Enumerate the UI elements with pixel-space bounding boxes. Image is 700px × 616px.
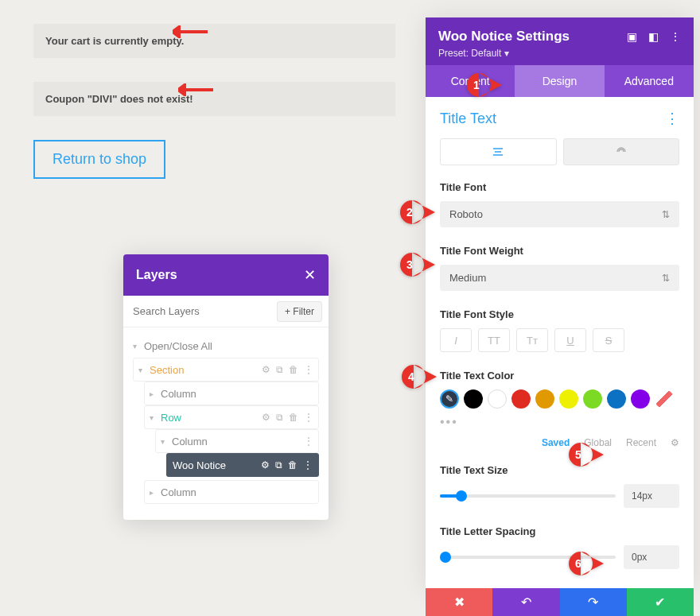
link-button[interactable] <box>563 138 680 165</box>
color-tab-saved[interactable]: Saved <box>542 437 570 448</box>
callout-1: 1 <box>467 73 502 97</box>
title-weight-select[interactable]: Medium ⇅ <box>440 265 679 291</box>
eyedropper-icon[interactable]: ✎ <box>440 389 459 409</box>
layer-section[interactable]: Section <box>150 364 259 376</box>
layer-actions[interactable]: ⚙⧉🗑⋮ <box>262 364 313 375</box>
callout-3: 3 <box>400 253 435 277</box>
notice-text: Your cart is currently empty. <box>45 35 184 47</box>
cart-empty-notice: Your cart is currently empty. <box>33 24 395 58</box>
close-icon[interactable]: ✕ <box>304 266 316 284</box>
gear-icon[interactable]: ⚙ <box>671 437 679 448</box>
redo-button[interactable]: ↷ <box>560 588 627 616</box>
callout-6: 6 <box>569 552 604 575</box>
layer-woo-notice[interactable]: Woo Notice <box>173 459 258 471</box>
color-tab-recent[interactable]: Recent <box>626 437 656 448</box>
title-spacing-label: Title Letter Spacing <box>440 525 679 537</box>
title-size-value[interactable]: 14px <box>624 484 679 508</box>
color-swatch-yellow[interactable] <box>559 389 578 409</box>
section-more-icon[interactable]: ⋮ <box>665 110 679 127</box>
title-size-label: Title Text Size <box>440 464 679 476</box>
settings-panel: Woo Notice Settings ▣ ◧ ⋮ Preset: Defaul… <box>426 17 694 590</box>
more-icon: ⋮ <box>304 412 313 423</box>
title-spacing-value[interactable]: 0px <box>624 545 679 569</box>
color-swatch-white[interactable] <box>488 389 507 409</box>
caret-down-icon[interactable]: ▾ <box>150 413 158 422</box>
layer-actions[interactable]: ⚙⧉🗑⋮ <box>261 459 313 471</box>
layers-title: Layers <box>136 268 177 282</box>
gear-icon: ⚙ <box>262 364 270 375</box>
chevron-updown-icon: ⇅ <box>662 273 670 284</box>
title-font-label: Title Font <box>440 181 679 193</box>
color-swatch-black[interactable] <box>464 389 483 409</box>
color-swatch-none[interactable] <box>655 389 674 409</box>
title-style-label: Title Font Style <box>440 308 679 320</box>
layer-column[interactable]: Column <box>161 486 313 498</box>
more-icon: ⋮ <box>304 436 313 447</box>
undo-button[interactable]: ↶ <box>492 588 559 616</box>
caret-down-icon[interactable]: ▾ <box>161 437 169 446</box>
align-button[interactable] <box>440 138 557 165</box>
layer-row[interactable]: Row <box>161 412 259 424</box>
italic-button[interactable]: I <box>440 328 472 352</box>
layer-column[interactable]: Column <box>161 388 313 400</box>
trash-icon: 🗑 <box>289 364 298 375</box>
gear-icon: ⚙ <box>262 412 270 423</box>
more-icon[interactable]: ⋮ <box>670 30 681 43</box>
layer-actions[interactable]: ⋮ <box>304 436 313 447</box>
save-button[interactable]: ✔ <box>627 588 694 616</box>
trash-icon: 🗑 <box>288 459 298 471</box>
expand-icon[interactable]: ▣ <box>627 30 637 43</box>
layer-column[interactable]: Column <box>172 436 301 447</box>
color-swatch-green[interactable] <box>583 389 602 409</box>
caret-right-icon[interactable]: ▸ <box>150 488 158 497</box>
uppercase-button[interactable]: TT <box>478 328 510 352</box>
notice-text: Coupon "DIVI" does not exist! <box>45 93 193 105</box>
annotation-arrow <box>178 83 213 96</box>
gear-icon: ⚙ <box>261 459 270 471</box>
layers-panel: Layers ✕ + Filter ▾ Open/Close All ▾ Sec… <box>123 254 329 520</box>
close-button[interactable]: ✖ <box>426 588 492 616</box>
more-colors-icon[interactable]: ••• <box>440 415 679 429</box>
panel-icon[interactable]: ◧ <box>648 30 659 43</box>
open-close-all[interactable]: Open/Close All <box>144 340 319 352</box>
annotation-arrow <box>173 25 208 38</box>
layer-actions[interactable]: ⚙⧉🗑⋮ <box>262 412 313 423</box>
smallcaps-button[interactable]: Tт <box>516 328 548 352</box>
callout-4: 4 <box>402 365 437 389</box>
tab-advanced[interactable]: Advanced <box>605 65 694 97</box>
more-icon: ⋮ <box>304 364 313 375</box>
return-to-shop-button[interactable]: Return to shop <box>33 140 165 179</box>
section-title-text[interactable]: Title Text <box>440 110 496 127</box>
preset-label[interactable]: Preset: Default ▾ <box>438 48 681 59</box>
title-color-label: Title Text Color <box>440 370 679 382</box>
coupon-notice: Coupon "DIVI" does not exist! <box>33 82 395 116</box>
chevron-updown-icon: ⇅ <box>662 209 670 220</box>
callout-5: 5 <box>569 443 604 467</box>
underline-button[interactable]: U <box>554 328 586 352</box>
strike-button[interactable]: S <box>593 328 624 352</box>
duplicate-icon: ⧉ <box>276 364 283 375</box>
title-weight-value: Medium <box>449 272 486 284</box>
settings-title: Woo Notice Settings <box>438 29 570 45</box>
title-font-value: Roboto <box>449 208 483 220</box>
duplicate-icon: ⧉ <box>276 412 283 423</box>
action-bar: ✖ ↶ ↷ ✔ <box>426 588 694 616</box>
color-swatch-blue[interactable] <box>607 389 626 409</box>
title-size-slider[interactable] <box>440 494 616 498</box>
caret-down-icon[interactable]: ▾ <box>133 342 141 351</box>
search-layers-input[interactable] <box>130 300 277 322</box>
filter-button[interactable]: + Filter <box>277 301 322 322</box>
trash-icon: 🗑 <box>289 412 298 423</box>
caret-right-icon[interactable]: ▸ <box>150 389 158 398</box>
color-swatch-purple[interactable] <box>631 389 650 409</box>
tab-design[interactable]: Design <box>515 65 604 97</box>
more-icon: ⋮ <box>303 459 313 471</box>
title-weight-label: Title Font Weight <box>440 245 679 257</box>
callout-2: 2 <box>400 200 435 224</box>
color-swatch-red[interactable] <box>511 389 531 409</box>
caret-down-icon[interactable]: ▾ <box>138 366 146 374</box>
duplicate-icon: ⧉ <box>275 459 282 471</box>
color-swatch-orange[interactable] <box>535 389 554 409</box>
title-font-select[interactable]: Roboto ⇅ <box>440 201 679 227</box>
